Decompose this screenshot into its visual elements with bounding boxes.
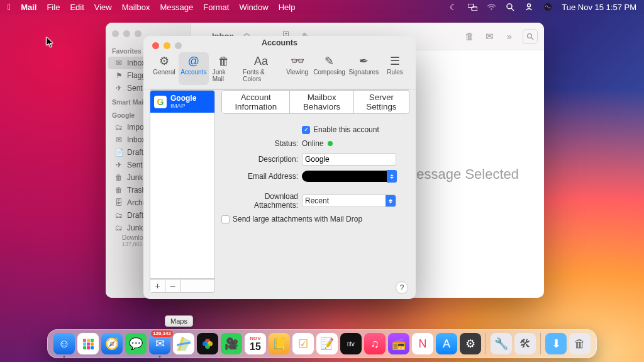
description-label: Description:: [221, 155, 302, 164]
close-button[interactable]: [152, 42, 159, 49]
subtab-mailbox-behaviors[interactable]: Mailbox Behaviors: [290, 91, 353, 113]
menubar-clock[interactable]: Tue Nov 15 1:57 PM: [562, 3, 636, 12]
spotlight-icon[interactable]: [505, 3, 515, 11]
dock-recent-2[interactable]: 🛠: [514, 333, 536, 354]
svg-point-5: [528, 4, 531, 7]
siri-icon[interactable]: [543, 3, 553, 11]
menu-edit[interactable]: Edit: [70, 3, 84, 12]
junk-icon: 🗑: [218, 55, 230, 67]
menu-window[interactable]: Window: [239, 3, 268, 12]
maildrop-checkbox[interactable]: [221, 215, 230, 223]
zoom-button[interactable]: [175, 42, 182, 49]
description-input[interactable]: [302, 153, 396, 166]
tab-signatures[interactable]: ✒︎Signatures: [347, 52, 380, 85]
dock-messages[interactable]: 💬: [125, 333, 147, 354]
menu-mailbox[interactable]: Mailbox: [122, 3, 150, 12]
svg-rect-11: [91, 339, 94, 342]
dock-separator: [540, 333, 541, 354]
dock: ☺ 🧭 💬 ✉120,142 🎥 NOV 15 📒 ☑︎ 📝 tv ♫ 📻 N…: [47, 329, 597, 358]
menu-message[interactable]: Message: [160, 3, 194, 12]
window-controls-pref[interactable]: [146, 38, 188, 55]
control-center-icon[interactable]: [467, 4, 477, 11]
menu-view[interactable]: View: [94, 3, 112, 12]
remove-account-button[interactable]: –: [165, 280, 180, 292]
dock-mail[interactable]: ✉120,142: [149, 333, 170, 354]
status-value: Online: [302, 139, 324, 148]
menubar:  Mail File Edit View Mailbox Message Fo…: [0, 0, 644, 14]
dock-notes[interactable]: 📝: [316, 333, 338, 354]
help-button[interactable]: ?: [396, 281, 408, 294]
user-switch-icon[interactable]: [524, 3, 534, 11]
dock-trash[interactable]: 🗑: [569, 333, 591, 354]
tab-junk[interactable]: 🗑Junk Mail: [209, 52, 240, 85]
add-account-button[interactable]: +: [150, 280, 165, 292]
archive-icon: 🗄: [114, 198, 123, 207]
folder-icon: 🗂: [114, 123, 123, 132]
tab-composing[interactable]: ✎Composing: [312, 52, 347, 85]
menu-file[interactable]: File: [47, 3, 60, 12]
inbox-icon: ✉: [114, 59, 123, 67]
account-row-google[interactable]: G Google IMAP: [150, 91, 214, 113]
at-icon: @: [188, 55, 199, 67]
dock-safari[interactable]: 🧭: [101, 333, 123, 354]
flag-icon: ⚑: [114, 71, 123, 80]
dock-news[interactable]: N: [412, 333, 433, 354]
dock-calendar[interactable]: NOV 15: [245, 333, 266, 354]
svg-point-3: [507, 4, 512, 9]
wifi-icon[interactable]: [486, 4, 496, 11]
dock-reminders[interactable]: ☑︎: [292, 333, 314, 354]
junk-button-icon[interactable]: ✉: [482, 31, 496, 42]
compose-icon: ✎: [325, 55, 334, 67]
svg-point-21: [203, 341, 208, 346]
dock-contacts[interactable]: 📒: [269, 333, 290, 354]
svg-rect-13: [87, 342, 90, 346]
menubar-app-name[interactable]: Mail: [21, 3, 36, 12]
email-address-select[interactable]: [302, 171, 396, 182]
more-button-icon[interactable]: »: [502, 31, 516, 42]
enable-account-checkbox[interactable]: [302, 126, 310, 134]
pref-title: Accounts: [262, 38, 297, 47]
sent-icon: ✈: [114, 84, 123, 93]
chevron-updown-icon: [386, 195, 396, 206]
svg-rect-15: [83, 346, 86, 349]
apple-menu[interactable]: : [8, 2, 11, 12]
drafts-icon: 📄: [114, 148, 123, 157]
dock-music[interactable]: ♫: [364, 333, 386, 354]
minimize-button[interactable]: [164, 42, 170, 49]
dock-appstore[interactable]: A: [436, 333, 457, 354]
dock-photos[interactable]: [197, 333, 218, 354]
dock-tv[interactable]: tv: [340, 333, 362, 354]
svg-rect-10: [87, 339, 90, 342]
trash-button-icon[interactable]: 🗑: [462, 31, 476, 42]
do-not-disturb-icon[interactable]: ☾: [448, 3, 458, 12]
trash-icon: 🗑: [114, 186, 123, 195]
tab-fonts[interactable]: AaFonts & Colors: [239, 52, 282, 85]
dock-recent-1[interactable]: 🔧: [491, 333, 512, 354]
dock-settings[interactable]: ⚙︎: [460, 333, 481, 354]
menu-format[interactable]: Format: [203, 3, 229, 12]
tab-accounts[interactable]: @Accounts: [179, 52, 209, 85]
dock-launchpad[interactable]: [77, 333, 99, 354]
subtab-server-settings[interactable]: Server Settings: [354, 91, 409, 113]
status-label: Status:: [221, 139, 302, 148]
chevron-updown-icon: [387, 170, 397, 183]
accounts-list[interactable]: G Google IMAP: [150, 90, 215, 279]
menu-help[interactable]: Help: [279, 3, 296, 12]
dock-downloads[interactable]: ⬇︎: [545, 333, 567, 354]
tab-viewing[interactable]: 👓Viewing: [283, 52, 312, 85]
svg-rect-17: [91, 346, 94, 349]
dock-separator: [486, 333, 486, 354]
download-attachments-select[interactable]: Recent: [302, 195, 396, 207]
dock-facetime[interactable]: 🎥: [221, 333, 242, 354]
svg-line-8: [531, 38, 533, 40]
viewing-icon: 👓: [291, 55, 304, 67]
tab-rules[interactable]: ☰Rules: [380, 52, 409, 85]
dock-podcasts[interactable]: 📻: [388, 333, 409, 354]
tab-general[interactable]: ⚙︎General: [150, 52, 179, 85]
dock-maps[interactable]: [173, 333, 194, 354]
search-button[interactable]: [523, 29, 538, 44]
account-protocol: IMAP: [170, 102, 196, 109]
sent-icon: ✈: [114, 161, 123, 169]
subtab-account-info[interactable]: Account Information: [222, 91, 290, 113]
dock-finder[interactable]: ☺: [53, 333, 75, 354]
